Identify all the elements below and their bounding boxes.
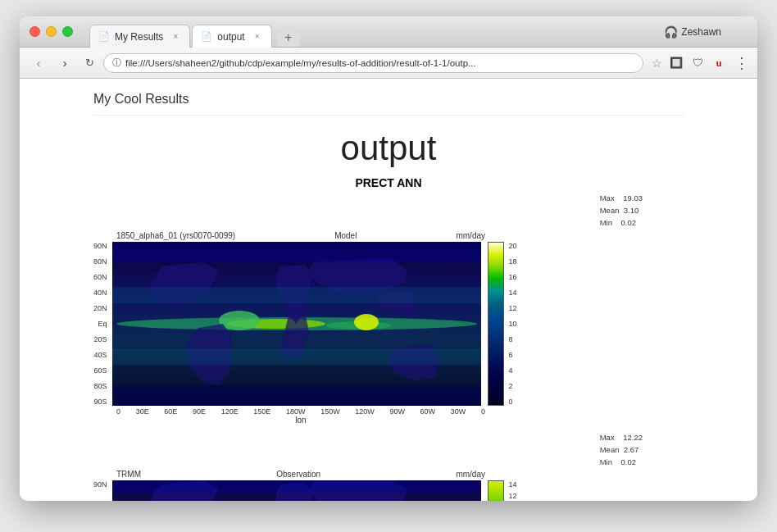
chart1-left-label: 1850_alpha6_01 (yrs0070-0099) [116,231,235,240]
chart1-map-wrapper: 90N80N60N40N20N Eq20S40S60S80S90S [93,242,684,406]
minimize-button[interactable] [46,26,57,37]
toolbar-icons: 🔲 🛡 u [667,54,728,72]
chart2-map-wrapper: 90N80N60N40N [93,480,684,501]
chart1-min-label: Min [600,218,612,227]
address-text: file:///Users/shaheen2/github/cdp/exampl… [125,58,476,68]
svg-rect-6 [112,287,481,303]
chart2-max-label: Max [600,433,615,442]
page-content: My Cool Results output PRECT ANN Max 19.… [93,92,684,501]
chart2-colorbar-labels: 1412 [507,480,517,501]
tab-my-results[interactable]: 📄 My Results × [89,25,190,48]
content-area[interactable]: My Cool Results output PRECT ANN Max 19.… [20,79,757,501]
chart1-subtitle: 1850_alpha6_01 (yrs0070-0099) Model mm/d… [116,231,485,240]
chart1-center-label: Model [334,231,357,240]
chart1-stats-top: Max 19.03 Mean 3.10 Min 0.02 [600,192,643,230]
lock-icon: ⓘ [112,57,121,69]
new-tab-button[interactable]: + [277,29,300,47]
chart2-mean-label: Mean [600,445,620,454]
close-button[interactable] [30,26,40,37]
tab-output[interactable]: 📄 output × [192,25,271,48]
extensions-icon[interactable]: 🔲 [667,54,685,72]
tab-file-icon: 📄 [98,31,110,42]
chart2-yaxis: 90N80N60N40N [93,480,109,501]
back-button[interactable]: ‹ [28,54,49,72]
refresh-button[interactable]: ↻ [80,54,98,72]
chart1-map [112,242,481,406]
chart2-mean-value: 2.67 [624,445,639,454]
chart1-max-value: 19.03 [623,193,643,202]
chart1-min-value: 0.02 [621,218,637,227]
chart1-yaxis: 90N80N60N40N20N Eq20S40S60S80S90S [93,242,109,406]
chart2-map [112,480,481,501]
chart2-stats: Max 12.22 Mean 2.67 Min 0.02 [600,431,643,469]
chart2-subtitle: TRMM Observation mm/day [116,470,485,479]
chart2-left-label: TRMM [116,470,141,479]
chart2-max-value: 12.22 [623,433,643,442]
output-heading: output [93,129,684,168]
titlebar: 📄 My Results × 📄 output × + 🎧 Zeshawn [20,16,757,48]
chart2-colorbar [488,480,504,501]
user-badge: 🎧 Zeshawn [664,25,721,39]
chart1-colorbar-wrapper [488,242,504,406]
svg-rect-11 [112,480,481,493]
chart1-xaxis: 030E60E90E120E 150E180W150W120W90W 60W30… [116,407,485,416]
chart1-xaxis-label: lon [116,416,485,425]
tab-my-results-label: My Results [115,31,163,43]
chart1-max-label: Max [600,193,615,202]
chart2-right-label: mm/day [456,470,485,479]
page-title: My Cool Results [93,92,684,116]
svg-point-4 [354,314,379,330]
chart1-mean-value: 3.10 [624,206,639,215]
tab-output-close[interactable]: × [252,31,263,43]
tab-output-label: output [217,31,244,43]
user-icon: 🎧 [664,25,678,39]
address-bar[interactable]: ⓘ file:///Users/shaheen2/github/cdp/exam… [103,53,643,73]
chart1-container: PRECT ANN Max 19.03 Mean 3.10 Min 0.02 1… [93,176,684,425]
tab-bar: 📄 My Results × 📄 output × + [89,16,300,47]
chart2-min-value: 0.02 [621,457,637,466]
svg-rect-9 [112,385,481,406]
user-name: Zeshawn [681,26,721,38]
svg-rect-8 [112,242,481,262]
chart1-title: PRECT ANN [93,176,684,189]
chart2-container: Max 12.22 Mean 2.67 Min 0.02 TRMM Observ… [93,431,684,501]
ublock-icon[interactable]: u [710,54,728,72]
svg-rect-7 [112,348,481,365]
browser-window: 📄 My Results × 📄 output × + 🎧 Zeshawn ‹ … [20,16,757,501]
tab-output-file-icon: 📄 [201,31,212,42]
chart1-colorbar [488,242,504,406]
bookmark-star-button[interactable]: ☆ [652,57,662,70]
maximize-button[interactable] [62,26,73,37]
forward-button[interactable]: › [54,54,75,72]
chart1-right-label: mm/day [456,231,485,240]
chart2-center-label: Observation [276,470,320,479]
traffic-lights [30,26,73,37]
chart2-colorbar-wrapper [488,480,504,501]
shield-icon[interactable]: 🛡 [688,54,707,72]
menu-button[interactable]: ⋮ [734,54,749,72]
chart1-mean-label: Mean [600,206,620,215]
tab-my-results-close[interactable]: × [170,31,181,43]
browser-toolbar: ‹ › ↻ ⓘ file:///Users/shaheen2/github/cd… [20,48,757,79]
chart2-min-label: Min [600,457,612,466]
chart1-colorbar-labels: 2018161412 1086420 [507,242,517,406]
